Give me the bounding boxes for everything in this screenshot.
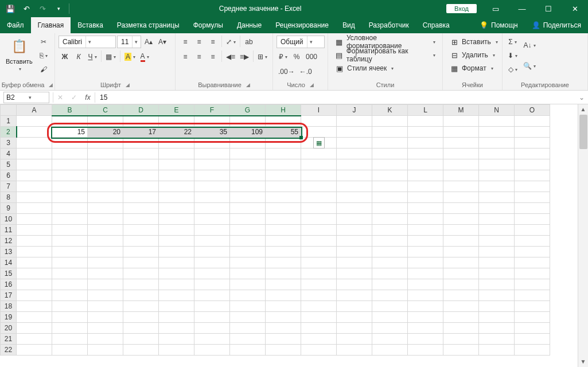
cell-A7[interactable] xyxy=(17,181,52,192)
borders-icon[interactable]: ▦▾ xyxy=(104,50,118,63)
cell-D8[interactable] xyxy=(123,192,159,203)
cell-F10[interactable] xyxy=(194,214,230,225)
cell-M19[interactable] xyxy=(443,312,479,323)
cell-J20[interactable] xyxy=(337,323,372,334)
cell-F21[interactable] xyxy=(194,334,230,345)
cell-D9[interactable] xyxy=(123,203,159,214)
column-header-G[interactable]: G xyxy=(230,105,266,116)
cell-G20[interactable] xyxy=(230,323,266,334)
cell-I16[interactable] xyxy=(301,279,337,290)
font-color-icon[interactable]: A▾ xyxy=(138,50,151,63)
cell-D3[interactable] xyxy=(123,138,159,149)
cell-G22[interactable] xyxy=(230,345,266,356)
cell-F9[interactable] xyxy=(194,203,230,214)
ribbon-display-icon[interactable]: ▭ xyxy=(482,0,509,17)
cell-L22[interactable] xyxy=(408,345,443,356)
cell-D14[interactable] xyxy=(123,257,159,268)
cell-K17[interactable] xyxy=(372,290,408,301)
column-header-I[interactable]: I xyxy=(301,105,337,116)
cell-L5[interactable] xyxy=(408,159,443,170)
cell-N18[interactable] xyxy=(479,301,515,312)
cell-I2[interactable] xyxy=(301,127,337,138)
format-as-table-button[interactable]: ▤Форматировать как таблицу▾ xyxy=(332,49,439,61)
row-header-20[interactable]: 20 xyxy=(1,323,17,334)
cell-H1[interactable] xyxy=(266,116,301,127)
tab-home[interactable]: Главная xyxy=(31,17,71,33)
cell-H15[interactable] xyxy=(266,268,301,279)
cell-O11[interactable] xyxy=(515,225,550,236)
maximize-icon[interactable]: ☐ xyxy=(535,0,562,17)
align-center-icon[interactable]: ≡ xyxy=(193,50,205,63)
cell-C11[interactable] xyxy=(88,225,123,236)
cell-G6[interactable] xyxy=(230,170,266,181)
row-header-9[interactable]: 9 xyxy=(1,203,17,214)
cell-C7[interactable] xyxy=(88,181,123,192)
cell-M21[interactable] xyxy=(443,334,479,345)
clipboard-launcher-icon[interactable]: ◢ xyxy=(49,82,53,88)
row-header-4[interactable]: 4 xyxy=(1,149,17,159)
cell-I11[interactable] xyxy=(301,225,337,236)
row-header-6[interactable]: 6 xyxy=(1,170,17,181)
vertical-scrollbar[interactable]: ▲ ▼ xyxy=(578,104,588,367)
cell-L6[interactable] xyxy=(408,170,443,181)
cell-F18[interactable] xyxy=(194,301,230,312)
cell-C15[interactable] xyxy=(88,268,123,279)
cell-N4[interactable] xyxy=(479,149,515,159)
cell-J8[interactable] xyxy=(337,192,372,203)
tab-help[interactable]: Справка xyxy=(416,17,457,33)
cell-J6[interactable] xyxy=(337,170,372,181)
name-box[interactable]: B2▾ xyxy=(3,92,49,103)
cell-F6[interactable] xyxy=(194,170,230,181)
cell-D16[interactable] xyxy=(123,279,159,290)
qat-customize-icon[interactable]: ▾ xyxy=(52,2,65,15)
sort-filter-icon[interactable]: A↓▾ xyxy=(521,36,538,55)
cell-A3[interactable] xyxy=(17,138,52,149)
cell-L15[interactable] xyxy=(408,268,443,279)
cell-H11[interactable] xyxy=(266,225,301,236)
wrap-text-icon[interactable]: ab xyxy=(243,36,255,48)
cell-O9[interactable] xyxy=(515,203,550,214)
row-header-14[interactable]: 14 xyxy=(1,257,17,268)
undo-icon[interactable]: ↶ xyxy=(20,2,33,15)
cell-G17[interactable] xyxy=(230,290,266,301)
cell-O21[interactable] xyxy=(515,334,550,345)
align-bottom-icon[interactable]: ≡ xyxy=(207,36,219,48)
cell-I10[interactable] xyxy=(301,214,337,225)
cell-G12[interactable] xyxy=(230,236,266,247)
cell-B10[interactable] xyxy=(52,214,88,225)
cell-A21[interactable] xyxy=(17,334,52,345)
cell-M9[interactable] xyxy=(443,203,479,214)
cell-I5[interactable] xyxy=(301,159,337,170)
column-header-J[interactable]: J xyxy=(337,105,372,116)
cell-D18[interactable] xyxy=(123,301,159,312)
cell-G1[interactable] xyxy=(230,116,266,127)
paste-button[interactable]: 📋 Вставить ▾ xyxy=(3,36,35,73)
cell-K20[interactable] xyxy=(372,323,408,334)
cell-N20[interactable] xyxy=(479,323,515,334)
cell-O15[interactable] xyxy=(515,268,550,279)
cell-N17[interactable] xyxy=(479,290,515,301)
font-size-combo[interactable]: 11▾ xyxy=(117,36,141,48)
cell-A8[interactable] xyxy=(17,192,52,203)
cell-J12[interactable] xyxy=(337,236,372,247)
cell-E9[interactable] xyxy=(159,203,194,214)
fill-icon[interactable]: ⬇▾ xyxy=(506,49,519,62)
cell-O20[interactable] xyxy=(515,323,550,334)
tab-developer[interactable]: Разработчик xyxy=(362,17,416,33)
cell-J18[interactable] xyxy=(337,301,372,312)
cell-D20[interactable] xyxy=(123,323,159,334)
cell-M5[interactable] xyxy=(443,159,479,170)
increase-decimal-icon[interactable]: .00→ xyxy=(277,65,297,78)
cell-J15[interactable] xyxy=(337,268,372,279)
cell-C19[interactable] xyxy=(88,312,123,323)
cell-O14[interactable] xyxy=(515,257,550,268)
cell-I19[interactable] xyxy=(301,312,337,323)
cell-O5[interactable] xyxy=(515,159,550,170)
cell-N16[interactable] xyxy=(479,279,515,290)
cell-J2[interactable] xyxy=(337,127,372,138)
cell-F14[interactable] xyxy=(194,257,230,268)
alignment-launcher-icon[interactable]: ◢ xyxy=(246,82,250,88)
cell-H14[interactable] xyxy=(266,257,301,268)
cell-N1[interactable] xyxy=(479,116,515,127)
cell-J1[interactable] xyxy=(337,116,372,127)
